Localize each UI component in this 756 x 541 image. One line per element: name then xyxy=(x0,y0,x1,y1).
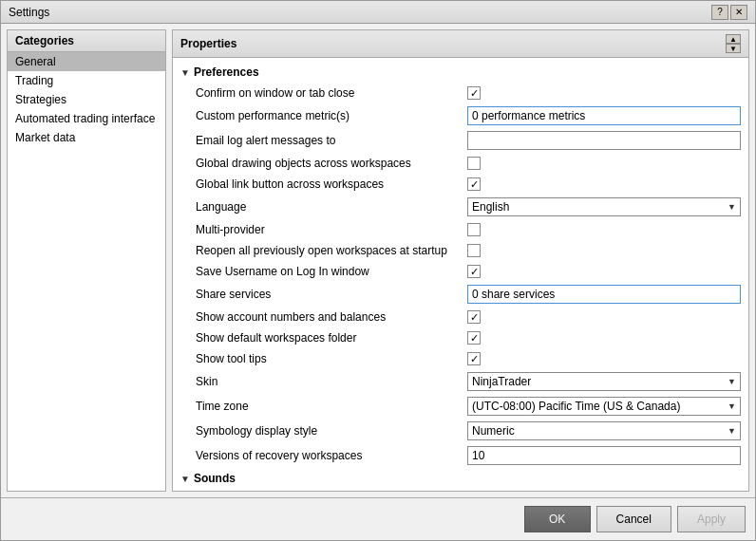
label-global-drawing: Global drawing objects across workspaces xyxy=(196,157,467,170)
sidebar-item-strategies[interactable]: Strategies xyxy=(8,90,165,109)
label-show-workspaces-folder: Show default workspaces folder xyxy=(196,331,467,345)
row-show-accounts: Show account numbers and balances xyxy=(173,307,748,327)
control-email-log xyxy=(467,131,741,150)
checkbox-confirm-close[interactable] xyxy=(467,86,481,100)
control-skin: NinjaTrader ▼ xyxy=(467,372,741,391)
control-show-workspaces-folder xyxy=(467,331,741,345)
label-reopen-workspaces: Reopen all previously open workspaces at… xyxy=(196,244,467,257)
row-global-link: Global link button across workspaces xyxy=(173,174,748,195)
row-performance-metrics: Custom performance metric(s) xyxy=(173,103,748,128)
dropdown-skin-value: NinjaTrader xyxy=(472,375,531,388)
row-global-drawing: Global drawing objects across workspaces xyxy=(173,153,748,174)
sidebar-item-marketdata[interactable]: Market data xyxy=(8,128,165,147)
control-recovery-versions xyxy=(467,446,741,465)
sidebar: Categories General Trading Strategies Au… xyxy=(7,29,166,492)
dropdown-symbology[interactable]: Numeric ▼ xyxy=(467,421,741,440)
close-button[interactable]: ✕ xyxy=(730,5,747,20)
row-share-services: Share services xyxy=(173,282,748,307)
properties-header: Properties ▲ ▼ xyxy=(173,30,748,58)
checkbox-multi-provider[interactable] xyxy=(467,223,481,236)
control-share-services xyxy=(467,285,741,304)
ok-button[interactable]: OK xyxy=(524,506,591,532)
control-multi-provider xyxy=(467,223,741,236)
input-performance-metrics[interactable] xyxy=(467,106,741,125)
main-body: Categories General Trading Strategies Au… xyxy=(1,24,755,497)
dropdown-timezone-arrow: ▼ xyxy=(728,401,736,411)
input-share-services[interactable] xyxy=(467,285,741,304)
row-reopen-workspaces: Reopen all previously open workspaces at… xyxy=(173,240,748,261)
row-recovery-versions: Versions of recovery workspaces xyxy=(173,443,748,468)
row-language: Language English ▼ xyxy=(173,195,748,219)
checkbox-show-accounts[interactable] xyxy=(467,310,481,324)
help-button[interactable]: ? xyxy=(711,5,728,20)
properties-title: Properties xyxy=(180,37,236,50)
dropdown-timezone-value: (UTC-08:00) Pacific Time (US & Canada) xyxy=(472,400,680,413)
label-skin: Skin xyxy=(196,375,467,388)
control-confirm-close xyxy=(467,86,741,100)
control-symbology: Numeric ▼ xyxy=(467,421,741,440)
control-global-link xyxy=(467,177,741,191)
label-timezone: Time zone xyxy=(196,400,467,413)
title-bar-buttons: ? ✕ xyxy=(711,5,747,20)
checkbox-global-drawing[interactable] xyxy=(467,157,481,170)
sidebar-item-general[interactable]: General xyxy=(8,52,165,71)
dropdown-symbology-value: Numeric xyxy=(472,424,515,438)
input-recovery-versions[interactable] xyxy=(467,446,741,465)
settings-window: Settings ? ✕ Categories General Trading … xyxy=(0,0,756,541)
scroll-up-button[interactable]: ▲ xyxy=(726,34,741,44)
label-email-log: Email log alert messages to xyxy=(196,134,467,147)
label-symbology: Symbology display style xyxy=(196,424,467,438)
sidebar-item-trading[interactable]: Trading xyxy=(8,71,165,90)
dropdown-timezone[interactable]: (UTC-08:00) Pacific Time (US & Canada) ▼ xyxy=(467,397,741,416)
dropdown-skin[interactable]: NinjaTrader ▼ xyxy=(467,372,741,391)
label-recovery-versions: Versions of recovery workspaces xyxy=(196,449,467,462)
properties-content: ▼ Preferences Confirm on window or tab c… xyxy=(173,58,748,491)
row-show-tooltips: Show tool tips xyxy=(173,348,748,369)
section-toggle-icon: ▼ xyxy=(180,67,190,78)
scroll-down-button[interactable]: ▼ xyxy=(726,44,741,53)
label-global-link: Global link button across workspaces xyxy=(196,177,467,191)
section-sounds-label: Sounds xyxy=(194,472,236,485)
checkbox-save-username[interactable] xyxy=(467,265,481,278)
control-show-accounts xyxy=(467,310,741,324)
control-show-tooltips xyxy=(467,352,741,365)
control-reopen-workspaces xyxy=(467,244,741,257)
label-share-services: Share services xyxy=(196,288,467,301)
checkbox-show-workspaces-folder[interactable] xyxy=(467,331,481,345)
footer: OK Cancel Apply xyxy=(1,497,755,540)
content-area: Categories General Trading Strategies Au… xyxy=(1,24,755,540)
sidebar-header: Categories xyxy=(8,30,165,52)
dropdown-symbology-arrow: ▼ xyxy=(728,426,736,436)
control-performance-metrics xyxy=(467,106,741,125)
input-email-log[interactable] xyxy=(467,131,741,150)
sidebar-item-automated[interactable]: Automated trading interface xyxy=(8,109,165,128)
row-save-username: Save Username on Log In window xyxy=(173,261,748,282)
label-language: Language xyxy=(196,200,467,214)
dropdown-skin-arrow: ▼ xyxy=(728,377,736,386)
cancel-button[interactable]: Cancel xyxy=(596,506,671,532)
properties-panel: Properties ▲ ▼ ▼ Preferences Confirm on … xyxy=(172,29,749,492)
dropdown-language-arrow: ▼ xyxy=(728,202,736,212)
label-show-accounts: Show account numbers and balances xyxy=(196,310,467,324)
label-multi-provider: Multi-provider xyxy=(196,223,467,236)
control-timezone: (UTC-08:00) Pacific Time (US & Canada) ▼ xyxy=(467,397,741,416)
row-email-log: Email log alert messages to xyxy=(173,128,748,153)
label-confirm-close: Confirm on window or tab close xyxy=(196,86,467,100)
checkbox-show-tooltips[interactable] xyxy=(467,352,481,365)
checkbox-global-link[interactable] xyxy=(467,177,481,191)
scroll-arrows: ▲ ▼ xyxy=(726,34,741,53)
label-save-username: Save Username on Log In window xyxy=(196,265,467,278)
row-symbology: Symbology display style Numeric ▼ xyxy=(173,419,748,443)
label-show-tooltips: Show tool tips xyxy=(196,352,467,365)
dropdown-language[interactable]: English ▼ xyxy=(467,197,741,216)
section-preferences-label: Preferences xyxy=(194,65,259,79)
control-save-username xyxy=(467,265,741,278)
control-global-drawing xyxy=(467,157,741,170)
section-preferences-header[interactable]: ▼ Preferences xyxy=(173,62,748,83)
checkbox-reopen-workspaces[interactable] xyxy=(467,244,481,257)
row-skin: Skin NinjaTrader ▼ xyxy=(173,369,748,394)
row-show-workspaces-folder: Show default workspaces folder xyxy=(173,327,748,348)
section-sounds-toggle-icon: ▼ xyxy=(180,474,190,484)
apply-button[interactable]: Apply xyxy=(677,506,746,532)
section-sounds-header[interactable]: ▼ Sounds xyxy=(173,468,748,489)
